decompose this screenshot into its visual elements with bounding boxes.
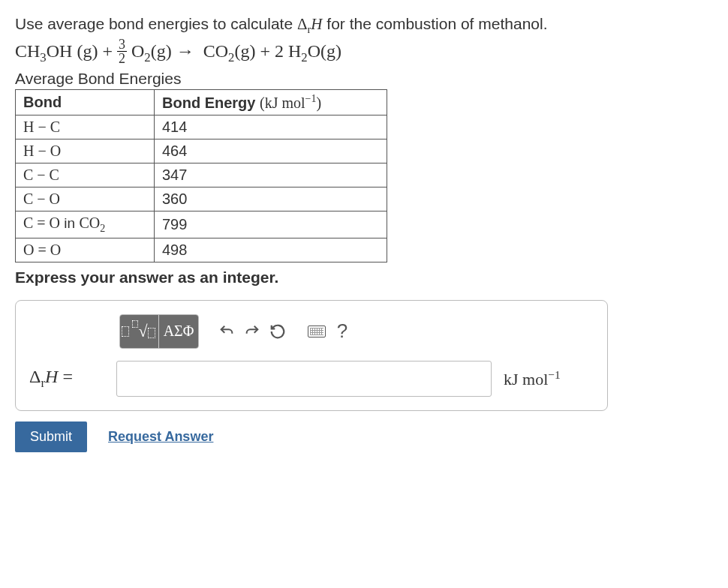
redo-button[interactable] bbox=[239, 315, 265, 348]
table-row: C − C 347 bbox=[16, 163, 387, 187]
header-bond: Bond bbox=[16, 90, 155, 116]
answer-instruction: Express your answer as an integer. bbox=[15, 268, 713, 286]
table-header-row: Bond Bond Energy (kJ mol−1) bbox=[16, 90, 387, 116]
header-energy: Bond Energy (kJ mol−1) bbox=[155, 90, 387, 116]
table-row: H − O 464 bbox=[16, 139, 387, 163]
answer-panel: √ ΑΣΦ ? ΔrH = kJ mol−1 bbox=[15, 300, 608, 411]
prompt-text-after: for the combustion of methanol. bbox=[323, 15, 548, 32]
table-row: C = O in CO2 799 bbox=[16, 211, 387, 238]
question-prompt: Use average bond energies to calculate Δ… bbox=[15, 15, 713, 36]
reset-button[interactable] bbox=[265, 315, 290, 348]
keyboard-button[interactable] bbox=[304, 315, 329, 348]
equation-toolbar: √ ΑΣΦ ? bbox=[119, 314, 594, 349]
table-row: H − C 414 bbox=[16, 115, 387, 139]
answer-lhs: ΔrH = bbox=[29, 367, 104, 391]
keyboard-icon bbox=[308, 326, 326, 338]
answer-input[interactable] bbox=[116, 361, 492, 397]
chemical-equation: CH3OH (g) + 32 O2(g) → CO2(g) + 2 H2O(g) bbox=[15, 39, 713, 67]
undo-button[interactable] bbox=[214, 315, 239, 348]
answer-units: kJ mol−1 bbox=[504, 368, 561, 389]
prompt-text-before: Use average bond energies to calculate bbox=[15, 15, 297, 32]
format-group: √ ΑΣΦ bbox=[119, 314, 199, 349]
help-button[interactable]: ? bbox=[329, 315, 355, 348]
bond-energy-table: Bond Bond Energy (kJ mol−1) H − C 414 H … bbox=[15, 89, 387, 262]
table-row: O = O 498 bbox=[16, 238, 387, 262]
table-heading: Average Bond Energies bbox=[15, 70, 713, 88]
greek-letters-button[interactable]: ΑΣΦ bbox=[159, 315, 198, 348]
request-answer-link[interactable]: Request Answer bbox=[108, 429, 213, 445]
table-row: C − O 360 bbox=[16, 187, 387, 211]
submit-row: Submit Request Answer bbox=[15, 422, 713, 452]
answer-input-row: ΔrH = kJ mol−1 bbox=[29, 361, 594, 397]
submit-button[interactable]: Submit bbox=[15, 422, 87, 452]
math-template-button[interactable]: √ bbox=[120, 315, 159, 348]
